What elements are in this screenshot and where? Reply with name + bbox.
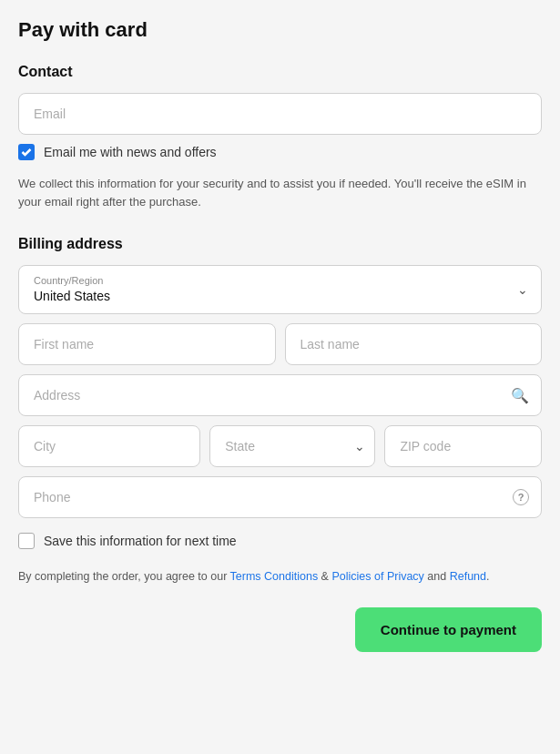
address-field[interactable]: [18, 374, 542, 416]
contact-section-title: Contact: [18, 64, 542, 80]
zip-field[interactable]: [384, 425, 542, 467]
state-wrapper: State Alabama Alaska Arizona California …: [209, 425, 375, 467]
billing-section-title: Billing address: [18, 236, 542, 252]
country-select[interactable]: United States Canada United Kingdom Aust…: [34, 289, 526, 303]
email-offers-label: Email me with news and offers: [44, 145, 217, 159]
save-info-label: Save this information for next time: [44, 534, 237, 548]
country-region-wrapper: Country/Region United States Canada Unit…: [18, 265, 542, 314]
phone-help-icon: ?: [513, 489, 529, 505]
refund-link[interactable]: Refund: [450, 570, 486, 583]
email-field[interactable]: [18, 93, 542, 135]
search-icon: 🔍: [511, 387, 529, 404]
email-offers-checkbox[interactable]: [18, 144, 35, 160]
city-field[interactable]: [18, 425, 200, 467]
state-select[interactable]: State Alabama Alaska Arizona California …: [210, 426, 374, 466]
first-name-field[interactable]: [18, 323, 276, 365]
phone-field[interactable]: [18, 476, 542, 518]
terms-conditions-link[interactable]: Terms Conditions: [230, 570, 319, 583]
terms-text: By completing the order, you agree to ou…: [18, 567, 542, 586]
privacy-policy-link[interactable]: Policies of Privacy: [331, 570, 423, 583]
country-label: Country/Region: [34, 275, 526, 286]
continue-to-payment-button[interactable]: Continue to payment: [355, 607, 542, 652]
info-text: We collect this information for your sec…: [18, 175, 542, 210]
page-title: Pay with card: [18, 18, 542, 42]
save-info-checkbox[interactable]: [18, 533, 35, 549]
last-name-field[interactable]: [285, 323, 543, 365]
